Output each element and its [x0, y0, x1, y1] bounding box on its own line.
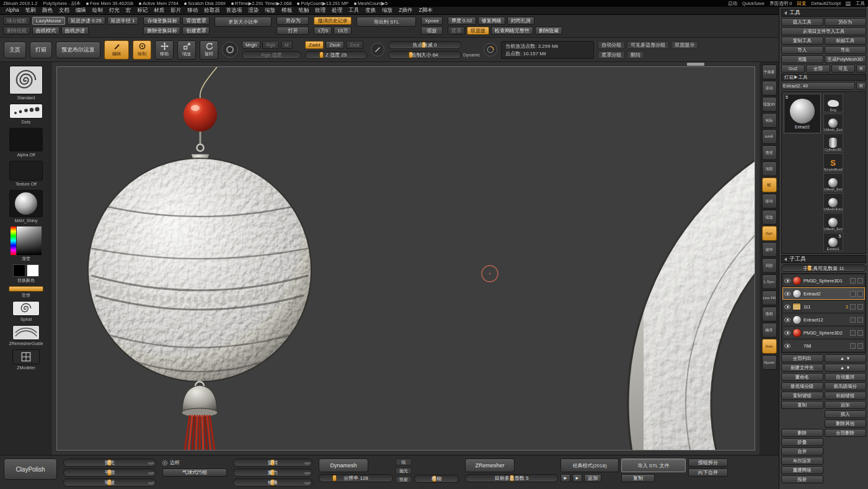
spiral-stroke-thumbnail[interactable] — [12, 301, 40, 316]
toolbar-button[interactable]: 延迟半径 1 — [107, 17, 139, 25]
toolbar-button[interactable]: 修复网格 — [478, 17, 505, 25]
paint-icon[interactable] — [850, 291, 856, 297]
viewport-frame[interactable] — [56, 66, 755, 451]
eye-toggle-icon[interactable] — [857, 291, 863, 297]
dynamic-label[interactable]: Dynamic — [463, 53, 480, 57]
menu-item[interactable]: 笔刷 — [22, 7, 39, 14]
border-option[interactable]: 边框 — [162, 459, 227, 467]
restore-button[interactable]: 回复 — [797, 1, 806, 7]
subtool-header[interactable]: 子工具 — [781, 255, 866, 263]
toolbar-button[interactable]: 创建遮罩 — [182, 27, 210, 35]
rgb-intensity-slider[interactable]: Rgb 强度 — [242, 51, 301, 59]
tool-thumbnail[interactable]: UMesh_Extract5 — [823, 213, 843, 231]
menu-item[interactable]: Z插件 — [396, 7, 415, 14]
subtool-visible-count-slider[interactable]: 子工具可见数量 11 — [781, 264, 866, 272]
saturation-square[interactable] — [17, 227, 42, 255]
strip-toggle-button[interactable]: 实际 — [762, 113, 777, 128]
toolbar-button[interactable]: 厚度 0.02 — [448, 17, 476, 25]
subtool-button-left[interactable]: 删除 — [781, 429, 823, 437]
subtool-row[interactable]: Extract2 — [782, 287, 865, 300]
menu-item[interactable]: 灯光 — [106, 7, 123, 14]
load-tool-button[interactable]: 载入工具 — [781, 18, 823, 26]
toolbar-button[interactable]: 曲线模式 — [32, 27, 60, 35]
paint-icon[interactable] — [850, 317, 856, 323]
subtool-button-left[interactable]: 最低细分级 — [781, 382, 823, 390]
menu-item[interactable]: 颜色 — [39, 7, 56, 14]
document-canvas[interactable] — [52, 62, 760, 455]
current-material-thumbnail[interactable] — [9, 190, 43, 217]
group-button[interactable]: 可见多边形分组 — [627, 41, 669, 49]
append-arrow-button[interactable]: ► — [560, 474, 570, 482]
undo-count-a[interactable]: 1万5 — [314, 27, 332, 35]
draw-mode-button[interactable]: 绘制 — [133, 40, 151, 60]
dynamesh-group-toggle[interactable]: 组 — [396, 459, 412, 465]
toolbar-button[interactable]: 细分规默 — [3, 17, 30, 25]
zscript-label[interactable]: DefaultZScript — [811, 1, 841, 6]
dynamesh-resolution-slider[interactable]: 分辨率 128 — [319, 474, 393, 482]
eye-toggle-icon[interactable] — [857, 304, 863, 310]
toolbar-button[interactable]: 封闭孔洞 — [507, 17, 534, 25]
toolbar-button[interactable]: 双面显 — [467, 27, 489, 35]
visibility-eye-icon[interactable] — [784, 279, 790, 283]
subtool-button-right[interactable]: ▲ ▼ — [825, 354, 867, 362]
move-mode-button[interactable]: 移动 — [155, 40, 174, 60]
visibility-eye-icon[interactable] — [784, 305, 790, 309]
subtool-button-left[interactable]: 折叠 — [781, 438, 823, 446]
menu-item[interactable]: 模板 — [278, 7, 295, 14]
copy-tool-button[interactable]: 复制工具 — [781, 37, 823, 45]
menu-item[interactable]: 编辑 — [73, 7, 89, 14]
toolbar-button[interactable]: 删除变换目标 — [143, 27, 180, 35]
tool-palette-header[interactable]: 工具 — [781, 9, 866, 17]
import-stl-button[interactable]: 导入 STL 文件 — [621, 459, 686, 472]
subtool-button-left[interactable]: 投射 — [781, 475, 823, 483]
goz-all-button[interactable]: 全部 — [806, 65, 830, 73]
menu-item[interactable]: 绘制 — [89, 7, 106, 14]
menu-item[interactable]: Z脚本 — [415, 7, 435, 14]
points-gauge-icon[interactable] — [484, 43, 497, 56]
menu-item[interactable]: 纹理 — [312, 7, 329, 14]
goz-r-button[interactable]: R — [856, 65, 866, 73]
append-button[interactable]: 追加 — [584, 474, 601, 482]
subtool-button-left[interactable]: 新建文件夹 — [781, 364, 823, 372]
strip-toggle-button[interactable]: Line Fill — [762, 290, 777, 305]
balloon-button[interactable]: 气球式凹模 — [162, 469, 227, 477]
menu-item[interactable]: 宏 — [123, 7, 135, 14]
clone-button[interactable]: 克隆 — [781, 55, 823, 63]
menu-item[interactable]: 工具 — [345, 7, 362, 14]
visibility-eye-icon[interactable] — [784, 292, 790, 296]
classic-mode-button[interactable]: 经典模式(2018) — [560, 459, 619, 472]
visibility-eye-icon[interactable] — [784, 344, 790, 348]
subtool-button-right[interactable]: 粘贴键链 — [825, 392, 867, 400]
z-intensity-slider[interactable]: Z 强度 25 — [305, 51, 367, 59]
toolbar-button[interactable]: LazyMouse — [32, 17, 65, 25]
strip-toggle-button[interactable]: 缩放3D — [762, 97, 777, 112]
menu-item[interactable]: 标记 — [134, 7, 151, 14]
goz-visible-button[interactable]: 可见 — [831, 65, 855, 73]
color-picker[interactable] — [11, 227, 42, 255]
make-polymesh3d-button[interactable]: 生成PolyMesh3D — [825, 55, 867, 63]
strip-toggle-button[interactable]: 帧 — [762, 177, 777, 192]
menu-item[interactable]: 文档 — [56, 7, 73, 14]
dynamesh-button[interactable]: Dynamesh — [319, 459, 368, 472]
xpose-button[interactable]: Xpose — [421, 17, 443, 25]
eye-toggle-icon[interactable] — [857, 278, 863, 284]
strip-toggle-button[interactable]: 透视 — [762, 145, 777, 160]
strip-toggle-button[interactable]: Xpose — [762, 355, 777, 370]
alternate-button[interactable] — [9, 286, 43, 292]
group-button[interactable]: 翻转 — [627, 51, 644, 59]
deform-slider[interactable]: 重力 xyz — [233, 469, 312, 477]
tool-thumbnail[interactable]: UMesh_Extract2 — [823, 114, 843, 132]
m-button[interactable]: M — [281, 41, 293, 49]
zcut-button[interactable]: Zcut — [346, 41, 363, 49]
strip-toggle-button[interactable]: L.Sym — [762, 274, 777, 289]
subtool-button-right[interactable]: 删除其他 — [825, 419, 867, 428]
export-stl-button[interactable]: 导出到 STL — [356, 17, 416, 27]
strip-toggle-button[interactable]: 局部 — [762, 258, 777, 273]
goz-button[interactable]: GoZ — [781, 65, 805, 73]
focal-curve-icon[interactable] — [371, 43, 384, 56]
menu-item[interactable]: 首选项 — [223, 7, 246, 14]
tool-thumbnail[interactable]: UMesh:Extract4 — [823, 193, 843, 212]
tool-thumbnail[interactable]: Dog — [823, 94, 843, 112]
subtool-button-right[interactable]: 插入 — [825, 410, 867, 418]
group-button[interactable]: 双面显示 — [671, 41, 698, 49]
